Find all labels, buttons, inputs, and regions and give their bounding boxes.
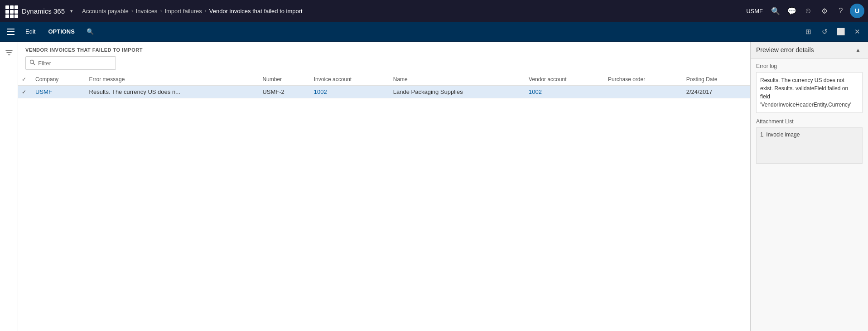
error-log-content: Results. The currency US does not exist.… <box>756 72 863 113</box>
avatar[interactable]: U <box>850 4 864 18</box>
panel-title: Preview error details <box>756 46 814 54</box>
error-log-section: Error log Results. The currency US does … <box>756 63 863 113</box>
filter-input[interactable] <box>38 60 112 67</box>
left-sidebar <box>0 42 18 331</box>
breadcrumb-sep-1: › <box>131 8 133 14</box>
close-icon[interactable]: ✕ <box>850 24 864 39</box>
filter-search-icon <box>29 59 35 67</box>
main-layout: VENDOR INVOICES THAT FAILED TO IMPORT ✓ <box>0 42 868 331</box>
attachment-label: Attachment List <box>756 118 863 125</box>
row-company-cell[interactable]: USMF <box>32 86 86 98</box>
breadcrumb-current: Vendor invoices that failed to import <box>209 8 303 15</box>
table-row[interactable]: ✓ USMF Results. The currency US does n..… <box>18 86 750 98</box>
settings-icon[interactable]: ⚙ <box>817 4 832 18</box>
panel-body: Error log Results. The currency US does … <box>751 58 868 331</box>
content-area: VENDOR INVOICES THAT FAILED TO IMPORT ✓ <box>18 42 750 331</box>
col-posting-date[interactable]: Posting Date <box>683 73 750 86</box>
data-table: ✓ Company Error message Number Invoice a… <box>18 73 750 331</box>
table-header-row: ✓ Company Error message Number Invoice a… <box>18 73 750 86</box>
smiley-icon[interactable]: ☺ <box>801 4 815 18</box>
breadcrumb-import-failures[interactable]: Import failures <box>164 8 202 15</box>
options-button[interactable]: OPTIONS <box>43 24 80 39</box>
attachment-content[interactable]: 1, Invocie image <box>756 127 863 164</box>
panel-resize-handle[interactable]: ⊞ <box>750 42 751 51</box>
panel-collapse-button[interactable]: ▲ <box>854 45 863 54</box>
col-vendor-account[interactable]: Vendor account <box>525 73 604 86</box>
attachment-section: Attachment List 1, Invocie image <box>756 118 863 164</box>
refresh-icon[interactable]: ↺ <box>817 24 832 39</box>
breadcrumb-invoices[interactable]: Invoices <box>136 8 158 15</box>
top-navbar: Dynamics 365 ▾ Accounts payable › Invoic… <box>0 0 868 22</box>
search-icon[interactable]: 🔍 <box>768 4 783 18</box>
command-bar: Edit OPTIONS 🔍 ⊞ ↺ ⬜ ✕ <box>0 22 868 42</box>
row-check-cell: ✓ <box>18 86 32 98</box>
page-title: VENDOR INVOICES THAT FAILED TO IMPORT <box>18 42 750 54</box>
hamburger-menu[interactable] <box>4 24 18 39</box>
row-invoice-account-cell[interactable]: 1002 <box>310 86 390 98</box>
col-company[interactable]: Company <box>32 73 86 86</box>
row-error-message-cell: Results. The currency US does n... <box>86 86 259 98</box>
chat-icon[interactable]: 💬 <box>785 4 799 18</box>
row-purchase-order-cell <box>604 86 683 98</box>
col-number[interactable]: Number <box>259 73 310 86</box>
org-name: USMF <box>746 8 763 15</box>
panel-icon[interactable]: ⊞ <box>801 24 815 39</box>
breadcrumb-sep-2: › <box>160 8 162 14</box>
restore-icon[interactable]: ⬜ <box>834 24 848 39</box>
edit-button[interactable]: Edit <box>20 24 41 39</box>
row-name-cell: Lande Packaging Supplies <box>390 86 525 98</box>
row-posting-date-cell: 2/24/2017 <box>683 86 750 98</box>
row-number-cell: USMF-2 <box>259 86 310 98</box>
app-title: Dynamics 365 <box>22 7 67 15</box>
row-check-icon: ✓ <box>22 89 26 95</box>
filter-input-wrapper <box>25 56 116 70</box>
breadcrumb: Accounts payable › Invoices › Import fai… <box>73 8 746 15</box>
breadcrumb-accounts-payable[interactable]: Accounts payable <box>82 8 129 15</box>
help-icon[interactable]: ? <box>834 4 848 18</box>
error-log-label: Error log <box>756 63 863 69</box>
right-panel: Preview error details ▲ Error log Result… <box>750 42 868 331</box>
filter-bar <box>18 54 750 73</box>
col-check: ✓ <box>18 73 32 86</box>
col-name[interactable]: Name <box>390 73 525 86</box>
svg-line-1 <box>34 63 35 65</box>
panel-header: Preview error details ▲ <box>751 42 868 58</box>
command-search-icon[interactable]: 🔍 <box>84 25 96 38</box>
col-invoice-account[interactable]: Invoice account <box>310 73 390 86</box>
waffle-icon[interactable] <box>4 4 18 18</box>
breadcrumb-sep-3: › <box>205 8 207 14</box>
col-error-message[interactable]: Error message <box>86 73 259 86</box>
sidebar-filter-icon[interactable] <box>2 45 16 60</box>
row-vendor-account-cell[interactable]: 1002 <box>525 86 604 98</box>
col-purchase-order[interactable]: Purchase order <box>604 73 683 86</box>
